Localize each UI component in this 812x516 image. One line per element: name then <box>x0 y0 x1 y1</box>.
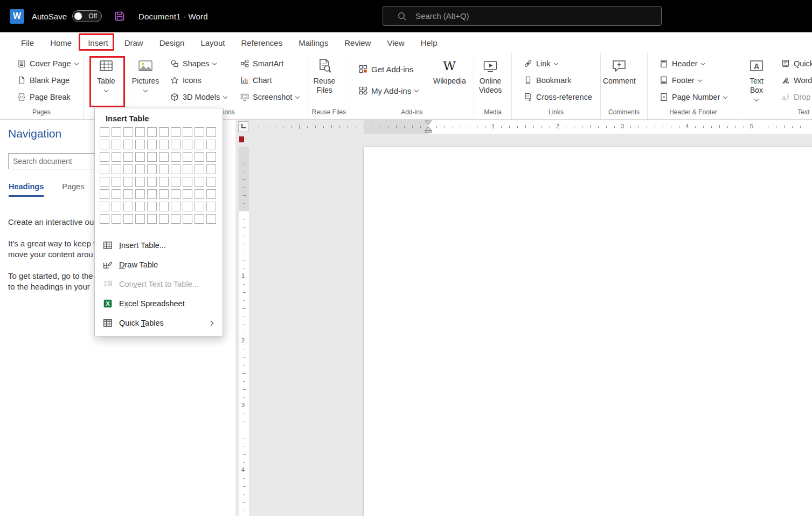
grid-cell-5x10[interactable] <box>206 177 216 187</box>
grid-cell-2x6[interactable] <box>159 140 169 149</box>
indent-markers[interactable] <box>425 120 432 133</box>
save-button[interactable] <box>114 10 126 22</box>
grid-cell-6x4[interactable] <box>135 189 145 199</box>
ribbon-button-page-break[interactable]: Page Break <box>0 88 81 105</box>
grid-cell-1x7[interactable] <box>171 127 181 137</box>
grid-cell-1x2[interactable] <box>112 127 121 137</box>
grid-cell-1x5[interactable] <box>147 127 157 137</box>
ribbon-button-table[interactable]: Table <box>89 54 123 108</box>
ribbon-button-3d-models[interactable]: 3D Models <box>163 88 232 105</box>
menu-item-excel-spreadsheet[interactable]: XExcel Spreadsheet <box>95 294 223 313</box>
ribbon-button-header[interactable]: Header <box>648 55 730 72</box>
grid-cell-8x6[interactable] <box>159 214 169 224</box>
grid-cell-4x9[interactable] <box>195 164 204 174</box>
tab-view[interactable]: View <box>379 32 412 53</box>
grid-cell-7x9[interactable] <box>195 202 204 211</box>
ribbon-button-cross-reference[interactable]: Cross-reference <box>512 88 595 105</box>
grid-cell-7x6[interactable] <box>159 202 169 211</box>
nav-tab-headings[interactable]: Headings <box>9 182 44 197</box>
grid-cell-4x8[interactable] <box>183 164 192 174</box>
grid-cell-3x1[interactable] <box>100 152 109 162</box>
grid-cell-2x3[interactable] <box>123 140 133 149</box>
grid-cell-8x7[interactable] <box>171 214 181 224</box>
ribbon-button-shapes[interactable]: Shapes <box>163 55 232 72</box>
tab-home[interactable]: Home <box>42 32 80 53</box>
grid-cell-5x9[interactable] <box>195 177 204 187</box>
grid-cell-7x3[interactable] <box>123 202 133 211</box>
grid-cell-6x9[interactable] <box>195 189 204 199</box>
ribbon-button-wordart[interactable]: AWordArt <box>774 72 812 88</box>
ribbon-button-screenshot[interactable]: Screenshot <box>233 88 302 105</box>
ribbon-button-footer[interactable]: Footer <box>648 72 730 88</box>
tab-help[interactable]: Help <box>413 32 446 53</box>
grid-cell-3x4[interactable] <box>135 152 145 162</box>
ribbon-button-online-videos[interactable]: Online Videos <box>474 54 506 108</box>
grid-cell-8x5[interactable] <box>147 214 157 224</box>
ribbon-button-icons[interactable]: Icons <box>163 72 232 88</box>
grid-cell-2x2[interactable] <box>112 140 121 149</box>
grid-cell-7x7[interactable] <box>171 202 181 211</box>
grid-cell-1x4[interactable] <box>135 127 145 137</box>
grid-cell-3x7[interactable] <box>171 152 181 162</box>
grid-cell-1x10[interactable] <box>206 127 216 137</box>
document-page[interactable] <box>364 147 812 516</box>
ribbon-button-cover-page[interactable]: Cover Page <box>0 55 81 72</box>
grid-cell-4x4[interactable] <box>135 164 145 174</box>
grid-cell-6x7[interactable] <box>171 189 181 199</box>
grid-cell-5x4[interactable] <box>135 177 145 187</box>
grid-cell-2x4[interactable] <box>135 140 145 149</box>
grid-cell-2x5[interactable] <box>147 140 157 149</box>
grid-cell-8x8[interactable] <box>183 214 192 224</box>
grid-cell-6x5[interactable] <box>147 189 157 199</box>
grid-cell-8x2[interactable] <box>112 214 121 224</box>
tab-file[interactable]: File <box>13 32 42 53</box>
grid-cell-2x7[interactable] <box>171 140 181 149</box>
grid-cell-7x5[interactable] <box>147 202 157 211</box>
grid-cell-5x8[interactable] <box>183 177 192 187</box>
tab-draw[interactable]: Draw <box>116 32 151 53</box>
grid-cell-4x2[interactable] <box>112 164 121 174</box>
grid-cell-1x6[interactable] <box>159 127 169 137</box>
tab-selector[interactable] <box>238 121 248 132</box>
ribbon-button-text-box[interactable]: AText Box <box>739 54 774 108</box>
vertical-ruler[interactable]: 1234 <box>239 134 249 516</box>
menu-item-draw-table[interactable]: Draw Table <box>95 255 223 274</box>
tab-mailings[interactable]: Mailings <box>290 32 336 53</box>
ribbon-button-reuse-files[interactable]: Reuse Files <box>308 54 341 108</box>
grid-cell-4x7[interactable] <box>171 164 181 174</box>
ribbon-button-smartart[interactable]: SmartArt <box>233 55 302 72</box>
grid-cell-2x9[interactable] <box>195 140 204 149</box>
grid-cell-3x10[interactable] <box>206 152 216 162</box>
grid-cell-5x3[interactable] <box>123 177 133 187</box>
grid-cell-4x5[interactable] <box>147 164 157 174</box>
ribbon-button-comment[interactable]: Comment <box>601 54 638 108</box>
grid-cell-1x9[interactable] <box>195 127 204 137</box>
grid-cell-3x3[interactable] <box>123 152 133 162</box>
titlebar-search-input[interactable] <box>414 11 661 21</box>
grid-cell-5x1[interactable] <box>100 177 109 187</box>
grid-cell-8x3[interactable] <box>123 214 133 224</box>
tab-insert[interactable]: Insert <box>80 32 116 53</box>
titlebar-search[interactable] <box>383 6 662 26</box>
grid-cell-5x2[interactable] <box>112 177 121 187</box>
grid-cell-8x10[interactable] <box>206 214 216 224</box>
grid-cell-6x8[interactable] <box>183 189 192 199</box>
tab-review[interactable]: Review <box>336 32 379 53</box>
grid-cell-3x8[interactable] <box>183 152 192 162</box>
grid-cell-3x2[interactable] <box>112 152 121 162</box>
grid-cell-7x1[interactable] <box>100 202 109 211</box>
grid-cell-7x10[interactable] <box>206 202 216 211</box>
horizontal-ruler[interactable]: 12345 <box>235 120 812 134</box>
grid-cell-4x10[interactable] <box>206 164 216 174</box>
grid-cell-7x8[interactable] <box>183 202 192 211</box>
grid-cell-2x8[interactable] <box>183 140 192 149</box>
grid-cell-6x6[interactable] <box>159 189 169 199</box>
grid-cell-1x8[interactable] <box>183 127 192 137</box>
ribbon-button-my-add-ins[interactable]: My Add-ins <box>350 80 431 101</box>
menu-item-quick-tables[interactable]: Quick Tables <box>95 313 223 333</box>
grid-cell-4x1[interactable] <box>100 164 109 174</box>
grid-cell-7x4[interactable] <box>135 202 145 211</box>
grid-cell-5x7[interactable] <box>171 177 181 187</box>
grid-cell-6x10[interactable] <box>206 189 216 199</box>
grid-cell-2x1[interactable] <box>100 140 109 149</box>
